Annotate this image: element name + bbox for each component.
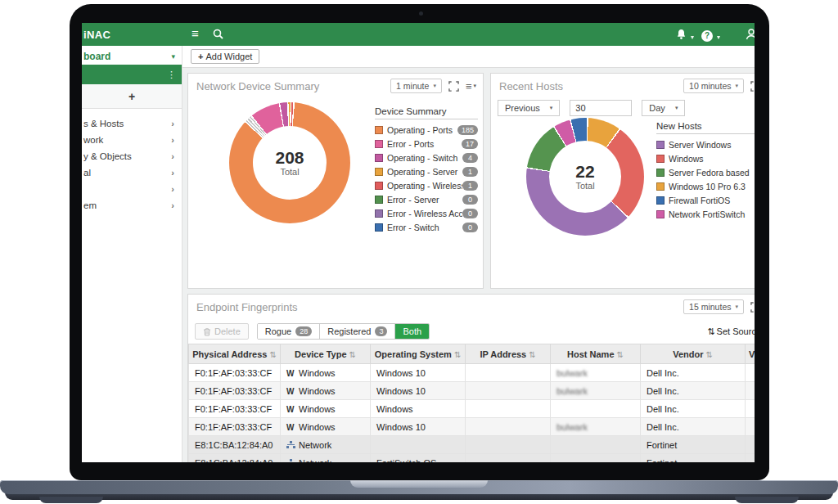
legend-item[interactable]: Error - Ports 17 — [375, 137, 478, 151]
set-source-button[interactable]: ⇅ Set Source — [707, 326, 755, 337]
cell-host-name[interactable] — [551, 400, 641, 418]
menu-hamburger-icon[interactable]: ≡ — [191, 27, 199, 40]
cell-ip-address[interactable] — [466, 382, 551, 400]
legend-item[interactable]: Network FortiSwitch — [656, 207, 755, 221]
cell-physical-address[interactable]: E8:1C:BA:12:84:A0 — [189, 454, 281, 463]
legend-item[interactable]: Operating - Server 1 — [375, 164, 478, 178]
column-header[interactable]: Host Name⇅ — [551, 344, 641, 364]
cell-ip-address[interactable] — [466, 436, 551, 454]
legend-item[interactable]: Operating - Wireless... 1 — [375, 178, 478, 192]
sidebar-item[interactable]: s & Hosts › — [82, 115, 182, 132]
sort-icon[interactable]: ⇅ — [269, 350, 276, 359]
table-row[interactable]: F0:1F:AF:03:33:CF Windows Windows 10 bul… — [189, 364, 755, 382]
bell-icon[interactable] — [676, 29, 687, 43]
cell-physical-address[interactable]: F0:1F:AF:03:33:CF — [189, 400, 281, 418]
user-icon[interactable] — [745, 28, 755, 44]
cell-extra[interactable] — [746, 436, 755, 454]
sidebar-item[interactable]: em › — [82, 197, 182, 214]
cell-ip-address[interactable] — [466, 454, 551, 463]
device-summary-donut-chart[interactable]: 208 Total — [229, 102, 350, 223]
legend-item[interactable]: Operating - Ports 185 — [375, 123, 478, 137]
bell-caret-icon[interactable]: ▾ — [691, 31, 694, 44]
cell-extra[interactable] — [746, 418, 755, 436]
legend-item[interactable]: Operating - Switch 4 — [375, 151, 478, 164]
cell-ip-address[interactable] — [466, 364, 551, 382]
cell-extra[interactable] — [746, 454, 755, 463]
cell-host-name[interactable]: bulwark — [551, 418, 641, 436]
delete-button[interactable]: Delete — [195, 323, 249, 340]
sort-icon[interactable]: ⇅ — [705, 350, 712, 359]
cell-physical-address[interactable]: F0:1F:AF:03:33:CF — [189, 364, 281, 382]
expand-icon[interactable] — [750, 302, 755, 313]
plus-icon[interactable]: + — [128, 90, 135, 103]
table-row[interactable]: F0:1F:AF:03:33:CF Windows Windows Dell I… — [189, 400, 755, 418]
sidebar-item[interactable]: › — [82, 181, 182, 197]
previous-dropdown[interactable]: Previous ▾ — [498, 100, 560, 116]
legend-item[interactable]: Error - Switch 0 — [375, 220, 478, 234]
help-icon[interactable]: ? — [701, 29, 713, 42]
legend-item[interactable]: Error - Wireless Acc... 0 — [375, 206, 478, 220]
cell-operating-system[interactable]: Windows 10 — [371, 364, 466, 382]
cell-device-type[interactable]: Windows — [281, 364, 371, 382]
cell-host-name[interactable] — [551, 436, 641, 454]
refresh-interval-dropdown[interactable]: 15 minutes ▾ — [683, 299, 744, 314]
unit-dropdown[interactable]: Day ▾ — [642, 100, 685, 116]
cell-vendor[interactable]: Fortinet — [641, 436, 746, 454]
cell-host-name[interactable] — [551, 454, 641, 463]
cell-extra[interactable] — [746, 400, 755, 418]
cell-operating-system[interactable]: Windows — [371, 400, 466, 418]
cell-operating-system[interactable]: Windows 10 — [371, 382, 466, 400]
dashboard-selector[interactable]: board ▾ — [82, 48, 182, 65]
cell-physical-address[interactable]: F0:1F:AF:03:33:CF — [189, 418, 281, 436]
cell-extra[interactable] — [746, 382, 755, 400]
legend-item[interactable]: Error - Server 0 — [375, 192, 478, 206]
legend-item[interactable]: Server Windows — [656, 137, 755, 151]
column-header[interactable]: IP Address⇅ — [466, 344, 551, 364]
cell-physical-address[interactable]: F0:1F:AF:03:33:CF — [189, 382, 281, 400]
sort-icon[interactable]: ⇅ — [529, 350, 535, 359]
sidebar-active-dashboard[interactable]: ⋮ — [82, 65, 182, 84]
cell-vendor[interactable]: Dell Inc. — [641, 418, 746, 436]
refresh-interval-dropdown[interactable]: 10 minutes ▾ — [683, 79, 744, 93]
table-row[interactable]: F0:1F:AF:03:33:CF Windows Windows 10 bul… — [189, 382, 755, 400]
legend-item[interactable]: Server Fedora based — [656, 165, 755, 179]
cell-device-type[interactable]: Network — [281, 436, 371, 454]
sidebar-item[interactable]: al › — [82, 164, 182, 181]
expand-icon[interactable] — [448, 81, 459, 92]
sort-icon[interactable]: ⇅ — [349, 350, 356, 359]
cell-vendor[interactable]: Dell Inc. — [641, 364, 746, 382]
cell-ip-address[interactable] — [466, 418, 551, 436]
table-row[interactable]: E8:1C:BA:12:84:A0 Network FortiSwitch OS… — [189, 454, 755, 463]
cell-host-name[interactable]: bulwark — [551, 382, 641, 400]
sort-icon[interactable]: ⇅ — [454, 350, 461, 359]
refresh-interval-dropdown[interactable]: 1 minute ▾ — [390, 79, 442, 93]
sidebar-item[interactable]: work › — [82, 132, 182, 148]
cell-device-type[interactable]: Windows — [281, 382, 371, 400]
expand-icon[interactable] — [750, 81, 755, 92]
sidebar-item[interactable]: y & Objects › — [82, 148, 182, 164]
both-filter-button[interactable]: Both — [394, 324, 429, 339]
table-row[interactable]: E8:1C:BA:12:84:A0 Network Fortinet — [189, 436, 755, 454]
cell-operating-system[interactable]: Windows 10 — [371, 418, 466, 436]
registered-filter-button[interactable]: Registered 3 — [319, 324, 394, 339]
cell-device-type[interactable]: Windows — [281, 400, 371, 418]
cell-device-type[interactable]: Windows — [281, 418, 371, 436]
kebab-menu-icon[interactable]: ⋮ — [167, 70, 176, 80]
add-widget-button[interactable]: + Add Widget — [191, 49, 259, 64]
cell-physical-address[interactable]: E8:1C:BA:12:84:A0 — [189, 436, 281, 454]
cell-vendor[interactable]: Dell Inc. — [641, 382, 746, 400]
help-caret-icon[interactable]: ▾ — [717, 31, 720, 44]
search-icon[interactable] — [213, 29, 223, 43]
legend-item[interactable]: Firewall FortiOS — [656, 193, 755, 207]
cell-device-type[interactable]: Network — [281, 454, 371, 463]
cell-operating-system[interactable] — [371, 436, 466, 454]
legend-item[interactable]: Windows — [656, 151, 755, 165]
column-header[interactable]: Vendor⇅ — [641, 344, 746, 364]
column-header[interactable]: Physical Address⇅ — [189, 344, 281, 364]
column-header[interactable]: Device Type⇅ — [281, 344, 371, 364]
column-header[interactable]: Operating System⇅ — [371, 344, 466, 364]
widget-menu-icon[interactable]: ≡ ▾ — [466, 80, 476, 92]
table-row[interactable]: F0:1F:AF:03:33:CF Windows Windows 10 bul… — [189, 418, 755, 436]
sort-icon[interactable]: ⇅ — [617, 350, 624, 359]
recent-hosts-donut-chart[interactable]: 22 Total — [526, 118, 644, 236]
